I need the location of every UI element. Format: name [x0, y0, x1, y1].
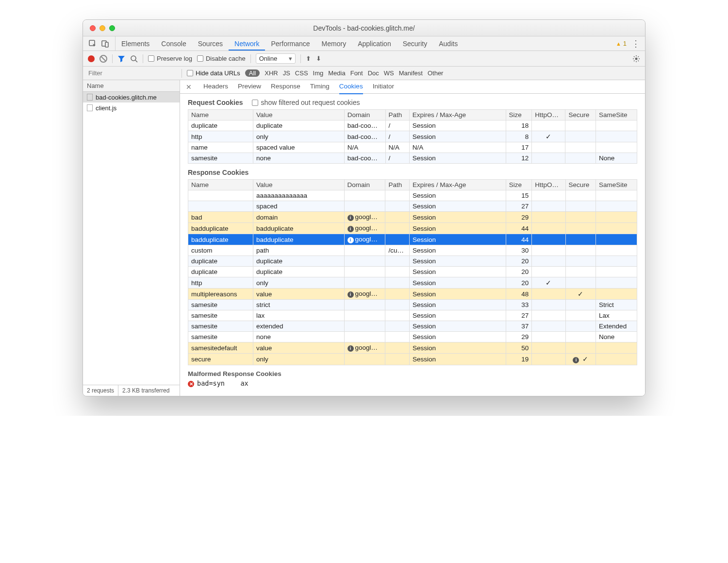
device-toolbar-icon[interactable] — [101, 40, 109, 48]
inspect-element-icon[interactable] — [89, 40, 97, 48]
devtools-window: DevTools - bad-cookies.glitch.me/ Elemen… — [83, 19, 645, 396]
titlebar: DevTools - bad-cookies.glitch.me/ — [83, 20, 645, 36]
request-row[interactable]: client.js — [83, 102, 180, 113]
cookie-row[interactable]: samesitestrictSession33Strict — [188, 300, 637, 310]
info-icon[interactable]: i — [573, 357, 579, 363]
filter-pill-xhr[interactable]: XHR — [265, 69, 278, 77]
info-icon[interactable]: i — [347, 291, 354, 298]
detail-tab-cookies[interactable]: Cookies — [339, 80, 363, 94]
tab-memory[interactable]: Memory — [316, 36, 352, 51]
error-icon: ✕ — [188, 381, 194, 387]
tab-security[interactable]: Security — [397, 36, 433, 51]
cookie-row[interactable]: aaaaaaaaaaaaaaSession15 — [188, 190, 637, 201]
filter-pill-img[interactable]: Img — [313, 69, 324, 77]
cookie-row[interactable]: samesiteextendedSession37Extended — [188, 321, 637, 332]
tab-application[interactable]: Application — [352, 36, 397, 51]
tab-sources[interactable]: Sources — [192, 36, 229, 51]
cookie-row[interactable]: httponlybad-coo…/Session8✓ — [188, 131, 637, 142]
cookie-row[interactable]: spacedSession27 — [188, 201, 637, 212]
col-header[interactable]: Size — [506, 180, 532, 190]
cookie-row[interactable]: badduplicatebadduplicateigoogl…Session44 — [188, 223, 637, 234]
preserve-log-checkbox[interactable]: Preserve log — [148, 55, 192, 62]
clear-button[interactable] — [99, 55, 107, 63]
cookie-row[interactable]: namespaced valueN/AN/AN/A17 — [188, 142, 637, 153]
window-title: DevTools - bad-cookies.glitch.me/ — [83, 24, 645, 32]
col-header[interactable]: Value — [253, 180, 344, 190]
filter-pill-media[interactable]: Media — [328, 69, 345, 77]
info-icon[interactable]: i — [347, 237, 354, 243]
search-icon[interactable] — [130, 55, 138, 63]
close-detail-button[interactable]: ✕ — [184, 83, 194, 91]
col-header[interactable]: Value — [253, 110, 345, 120]
cookie-row[interactable]: multiplereasonsvalueigoogl…Session48✓ — [188, 289, 637, 300]
filter-input[interactable] — [87, 68, 177, 78]
filter-pill-css[interactable]: CSS — [295, 69, 308, 77]
download-har-icon[interactable]: ⬇ — [316, 55, 321, 62]
cookie-row[interactable]: samesitedefaultvalueigoogl…Session50 — [188, 342, 637, 354]
detail-tab-initiator[interactable]: Initiator — [373, 80, 394, 94]
detail-tab-response[interactable]: Response — [271, 80, 300, 94]
col-header[interactable]: Expires / Max-Age — [410, 180, 506, 190]
cookie-row[interactable]: samesitenonebad-coo…/Session12None — [188, 153, 637, 164]
col-header[interactable]: Secure — [565, 180, 596, 190]
col-header[interactable]: Path — [385, 110, 409, 120]
cookie-row[interactable]: custompath/cu…Session30 — [188, 245, 637, 256]
malformed-title: Malformed Response Cookies — [188, 370, 637, 377]
filter-pill-ws[interactable]: WS — [384, 69, 394, 77]
col-header[interactable]: Size — [506, 110, 532, 120]
cookie-row[interactable]: duplicateduplicateSession20 — [188, 267, 637, 277]
col-header[interactable]: Path — [385, 180, 410, 190]
col-header[interactable]: SameSite — [596, 180, 637, 190]
warnings-badge[interactable]: 1 — [616, 40, 627, 47]
detail-tab-preview[interactable]: Preview — [238, 80, 261, 94]
col-header[interactable]: Domain — [344, 180, 385, 190]
file-icon — [87, 104, 93, 111]
response-cookies-section: Response Cookies NameValueDomainPathExpi… — [180, 164, 645, 365]
request-row[interactable]: bad-cookies.glitch.me — [83, 92, 180, 102]
info-icon[interactable]: i — [347, 345, 354, 352]
more-menu-icon[interactable]: ⋮ — [631, 39, 640, 48]
tab-performance[interactable]: Performance — [265, 36, 315, 51]
tab-console[interactable]: Console — [155, 36, 192, 51]
info-icon[interactable]: i — [347, 215, 354, 221]
col-header[interactable]: Name — [188, 180, 253, 190]
info-icon[interactable]: i — [347, 226, 354, 232]
detail-tab-timing[interactable]: Timing — [310, 80, 330, 94]
hide-data-urls-checkbox[interactable]: Hide data URLs — [187, 69, 240, 77]
col-header[interactable]: HttpO… — [532, 180, 565, 190]
tab-elements[interactable]: Elements — [116, 36, 155, 51]
col-header[interactable]: HttpO… — [532, 110, 565, 120]
request-list-header[interactable]: Name — [83, 80, 180, 92]
filter-pill-manifest[interactable]: Manifest — [399, 69, 423, 77]
settings-icon[interactable] — [632, 55, 640, 63]
cookie-row[interactable]: baddomainigoogl…Session29 — [188, 212, 637, 223]
col-header[interactable]: Expires / Max-Age — [409, 110, 506, 120]
tab-audits[interactable]: Audits — [433, 36, 463, 51]
detail-tab-headers[interactable]: Headers — [203, 80, 228, 94]
col-header[interactable]: Name — [188, 110, 253, 120]
throttling-select[interactable]: Online — [256, 53, 296, 64]
col-header[interactable]: Domain — [344, 110, 385, 120]
filter-pill-font[interactable]: Font — [350, 69, 363, 77]
upload-har-icon[interactable]: ⬆ — [306, 55, 311, 62]
record-button[interactable] — [88, 55, 95, 62]
filter-pill-other[interactable]: Other — [428, 69, 444, 77]
detail-tabs: ✕ HeadersPreviewResponseTimingCookiesIni… — [180, 80, 645, 94]
cookie-row[interactable]: duplicateduplicatebad-coo…/Session18 — [188, 120, 637, 131]
cookie-row[interactable]: duplicateduplicateSession20 — [188, 256, 637, 267]
disable-cache-checkbox[interactable]: Disable cache — [197, 55, 246, 62]
network-footer: 2 requests 2.3 KB transferred — [83, 385, 180, 396]
cookie-row[interactable]: badduplicatebadduplicateigoogl…Session44 — [188, 234, 637, 245]
cookie-row[interactable]: samesitenoneSession29None — [188, 332, 637, 342]
tab-network[interactable]: Network — [229, 36, 265, 51]
cookie-row[interactable]: samesitelaxSession27Lax — [188, 310, 637, 321]
filter-toggle-icon[interactable] — [117, 55, 125, 63]
filter-pill-js[interactable]: JS — [283, 69, 290, 77]
cookie-row[interactable]: httponlySession20✓ — [188, 277, 637, 289]
col-header[interactable]: Secure — [565, 110, 596, 120]
col-header[interactable]: SameSite — [596, 110, 637, 120]
cookie-row[interactable]: secureonlySession19i ✓ — [188, 354, 637, 365]
filter-pill-all[interactable]: All — [245, 69, 260, 77]
show-filtered-checkbox[interactable]: show filtered out request cookies — [252, 99, 360, 106]
filter-pill-doc[interactable]: Doc — [368, 69, 379, 77]
